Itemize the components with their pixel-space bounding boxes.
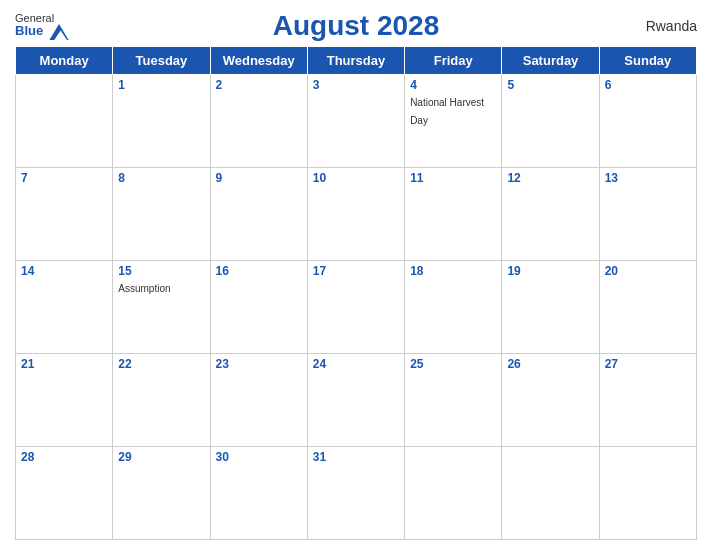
calendar-week-row: 28293031 xyxy=(16,447,697,540)
calendar-day-cell xyxy=(405,447,502,540)
day-number: 22 xyxy=(118,357,204,371)
day-number: 7 xyxy=(21,171,107,185)
logo: General Blue xyxy=(15,13,69,40)
calendar-day-cell: 8 xyxy=(113,168,210,261)
calendar-week-row: 21222324252627 xyxy=(16,354,697,447)
logo-icon xyxy=(49,24,69,40)
calendar-day-cell: 22 xyxy=(113,354,210,447)
calendar-day-cell: 14 xyxy=(16,261,113,354)
day-number: 14 xyxy=(21,264,107,278)
calendar-day-cell: 11 xyxy=(405,168,502,261)
day-number: 2 xyxy=(216,78,302,92)
day-number: 6 xyxy=(605,78,691,92)
weekday-header: Thursday xyxy=(307,47,404,75)
calendar-day-cell xyxy=(502,447,599,540)
day-number: 25 xyxy=(410,357,496,371)
day-number: 26 xyxy=(507,357,593,371)
day-number: 1 xyxy=(118,78,204,92)
day-number: 9 xyxy=(216,171,302,185)
calendar-day-cell: 7 xyxy=(16,168,113,261)
day-number: 12 xyxy=(507,171,593,185)
day-number: 15 xyxy=(118,264,204,278)
calendar-day-cell: 17 xyxy=(307,261,404,354)
calendar-day-cell: 24 xyxy=(307,354,404,447)
holiday-label: National Harvest Day xyxy=(410,97,484,126)
calendar-day-cell xyxy=(16,75,113,168)
calendar-day-cell: 31 xyxy=(307,447,404,540)
weekday-header: Saturday xyxy=(502,47,599,75)
calendar-day-cell: 21 xyxy=(16,354,113,447)
day-number: 24 xyxy=(313,357,399,371)
calendar-table: MondayTuesdayWednesdayThursdayFridaySatu… xyxy=(15,46,697,540)
weekday-header: Tuesday xyxy=(113,47,210,75)
day-number: 31 xyxy=(313,450,399,464)
day-number: 30 xyxy=(216,450,302,464)
day-number: 11 xyxy=(410,171,496,185)
day-number: 29 xyxy=(118,450,204,464)
day-number: 4 xyxy=(410,78,496,92)
calendar-week-row: 1234National Harvest Day56 xyxy=(16,75,697,168)
day-number: 23 xyxy=(216,357,302,371)
calendar-day-cell: 4National Harvest Day xyxy=(405,75,502,168)
logo-general-text: General xyxy=(15,13,54,24)
day-number: 18 xyxy=(410,264,496,278)
calendar-day-cell: 10 xyxy=(307,168,404,261)
day-number: 13 xyxy=(605,171,691,185)
calendar-day-cell: 2 xyxy=(210,75,307,168)
calendar-day-cell: 16 xyxy=(210,261,307,354)
calendar-day-cell: 25 xyxy=(405,354,502,447)
calendar-day-cell: 28 xyxy=(16,447,113,540)
weekday-header: Friday xyxy=(405,47,502,75)
calendar-day-cell: 18 xyxy=(405,261,502,354)
country-label: Rwanda xyxy=(646,18,697,34)
day-number: 3 xyxy=(313,78,399,92)
calendar-day-cell: 29 xyxy=(113,447,210,540)
weekday-header: Monday xyxy=(16,47,113,75)
weekday-header: Wednesday xyxy=(210,47,307,75)
day-number: 28 xyxy=(21,450,107,464)
calendar-day-cell: 20 xyxy=(599,261,696,354)
calendar-day-cell: 5 xyxy=(502,75,599,168)
calendar-day-cell: 15Assumption xyxy=(113,261,210,354)
calendar-day-cell: 1 xyxy=(113,75,210,168)
day-number: 5 xyxy=(507,78,593,92)
day-number: 20 xyxy=(605,264,691,278)
calendar-title: August 2028 xyxy=(273,10,440,42)
day-number: 21 xyxy=(21,357,107,371)
calendar-day-cell xyxy=(599,447,696,540)
calendar-day-cell: 23 xyxy=(210,354,307,447)
day-number: 27 xyxy=(605,357,691,371)
calendar-week-row: 78910111213 xyxy=(16,168,697,261)
calendar-day-cell: 6 xyxy=(599,75,696,168)
day-number: 17 xyxy=(313,264,399,278)
calendar-day-cell: 13 xyxy=(599,168,696,261)
calendar-week-row: 1415Assumption1617181920 xyxy=(16,261,697,354)
calendar-day-cell: 27 xyxy=(599,354,696,447)
calendar-day-cell: 19 xyxy=(502,261,599,354)
logo-blue-text: Blue xyxy=(15,24,69,40)
weekday-header: Sunday xyxy=(599,47,696,75)
day-number: 8 xyxy=(118,171,204,185)
calendar-day-cell: 26 xyxy=(502,354,599,447)
calendar-day-cell: 12 xyxy=(502,168,599,261)
weekday-header-row: MondayTuesdayWednesdayThursdayFridaySatu… xyxy=(16,47,697,75)
calendar-day-cell: 3 xyxy=(307,75,404,168)
day-number: 19 xyxy=(507,264,593,278)
day-number: 16 xyxy=(216,264,302,278)
day-number: 10 xyxy=(313,171,399,185)
holiday-label: Assumption xyxy=(118,283,170,294)
calendar-day-cell: 9 xyxy=(210,168,307,261)
calendar-day-cell: 30 xyxy=(210,447,307,540)
calendar-header: General Blue August 2028 Rwanda xyxy=(15,10,697,42)
